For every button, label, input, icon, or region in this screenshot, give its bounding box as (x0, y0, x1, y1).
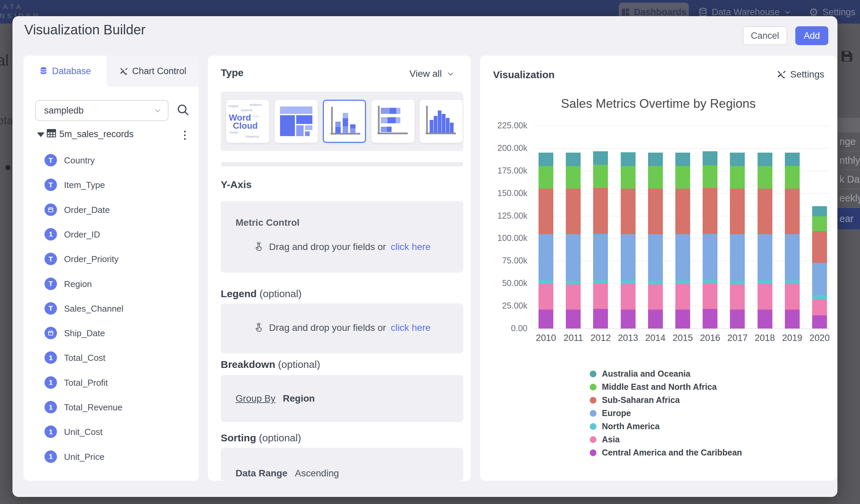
bar-segment-2017-sub-saharan-africa[interactable] (730, 189, 745, 234)
bar-segment-2012-north-america[interactable] (593, 280, 608, 284)
bar-segment-2011-central-america-and-the-caribbean[interactable] (566, 309, 580, 329)
bar-segment-2010-sub-saharan-africa[interactable] (539, 189, 553, 234)
field-item-region[interactable]: TRegion (24, 275, 199, 293)
bar-segment-2013-australia-and-oceania[interactable] (621, 152, 635, 166)
legend-item[interactable]: Asia (590, 433, 742, 446)
bar-segment-2020-north-america[interactable] (812, 295, 827, 299)
field-item-unit_cost[interactable]: 1Unit_Cost (24, 422, 199, 441)
cancel-button[interactable]: Cancel (743, 26, 787, 45)
bar-segment-2015-europe[interactable] (675, 234, 690, 280)
field-item-country[interactable]: TCountry (24, 151, 199, 170)
bar-segment-2012-asia[interactable] (593, 283, 608, 309)
bar-segment-2019-middle-east-and-north-africa[interactable] (785, 166, 800, 189)
bar-segment-2016-australia-and-oceania[interactable] (703, 151, 717, 165)
legend-item[interactable]: Sub-Saharan Africa (590, 393, 742, 407)
bar-segment-2014-asia[interactable] (648, 284, 663, 309)
bar-segment-2015-sub-saharan-africa[interactable] (675, 189, 690, 234)
bar-segment-2014-north-america[interactable] (648, 280, 663, 284)
bar-segment-2010-north-america[interactable] (539, 280, 553, 284)
bar-segment-2018-europe[interactable] (758, 234, 772, 280)
bar-segment-2020-europe[interactable] (812, 263, 827, 295)
field-item-order_date[interactable]: Order_Date (24, 200, 199, 219)
tab-chart-control[interactable]: Chart Control (106, 56, 199, 87)
bar-segment-2011-middle-east-and-north-africa[interactable] (566, 166, 580, 189)
bar-segment-2017-middle-east-and-north-africa[interactable] (730, 166, 745, 189)
bar-segment-2013-middle-east-and-north-africa[interactable] (621, 166, 635, 189)
bar-segment-2012-middle-east-and-north-africa[interactable] (593, 165, 608, 188)
bar-segment-2012-australia-and-oceania[interactable] (593, 151, 608, 165)
bar-segment-2017-europe[interactable] (730, 234, 745, 280)
bar-segment-2011-australia-and-oceania[interactable] (566, 153, 580, 166)
bar-segment-2010-australia-and-oceania[interactable] (539, 153, 553, 166)
bar-segment-2019-asia[interactable] (785, 284, 800, 309)
bar-segment-2013-asia[interactable] (621, 284, 635, 309)
bar-segment-2020-sub-saharan-africa[interactable] (812, 231, 827, 263)
database-select[interactable]: sampledb (35, 100, 169, 121)
field-item-total_revenue[interactable]: 1Total_Revenue (24, 398, 199, 417)
field-item-order_priority[interactable]: TOrder_Priority (24, 250, 199, 269)
bar-segment-2017-central-america-and-the-caribbean[interactable] (730, 309, 745, 329)
carousel-scrollbar[interactable] (221, 162, 463, 167)
bar-segment-2018-central-america-and-the-caribbean[interactable] (758, 309, 772, 329)
legend-item[interactable]: Central America and the Caribbean (590, 446, 742, 459)
metric-control-dropzone[interactable]: Metric Control Drag and drop your fields… (221, 201, 463, 273)
bar-segment-2012-europe[interactable] (593, 234, 608, 279)
bar-segment-2019-central-america-and-the-caribbean[interactable] (785, 309, 800, 329)
add-button[interactable]: Add (795, 26, 828, 45)
bar-segment-2015-middle-east-and-north-africa[interactable] (675, 166, 690, 189)
bar-segment-2016-central-america-and-the-caribbean[interactable] (703, 309, 717, 329)
bar-segment-2018-asia[interactable] (758, 284, 772, 309)
bar-segment-2016-asia[interactable] (703, 283, 717, 309)
settings-button[interactable]: Settings (776, 69, 824, 80)
bar-segment-2015-central-america-and-the-caribbean[interactable] (675, 309, 690, 329)
bar-segment-2017-north-america[interactable] (730, 280, 745, 284)
bar-segment-2013-central-america-and-the-caribbean[interactable] (621, 309, 635, 329)
bar-segment-2018-north-america[interactable] (758, 280, 772, 284)
bar-segment-2020-central-america-and-the-caribbean[interactable] (812, 315, 827, 329)
sorting-direction-value[interactable]: Ascending (295, 468, 339, 479)
bar-segment-2019-europe[interactable] (785, 234, 800, 280)
table-tree-item[interactable]: 5m_sales_records (24, 126, 199, 143)
field-item-order_id[interactable]: 1Order_ID (24, 225, 199, 244)
bar-segment-2010-central-america-and-the-caribbean[interactable] (539, 309, 553, 329)
table-menu-kebab-icon[interactable] (178, 128, 191, 143)
bar-segment-2020-australia-and-oceania[interactable] (812, 206, 827, 216)
bar-segment-2016-europe[interactable] (703, 234, 717, 279)
bar-segment-2015-north-america[interactable] (675, 280, 690, 284)
group-by-label[interactable]: Group By (235, 393, 275, 404)
search-icon[interactable] (176, 103, 190, 117)
bar-segment-2017-asia[interactable] (730, 284, 745, 309)
bar-segment-2011-asia[interactable] (566, 284, 580, 309)
bar-segment-2013-sub-saharan-africa[interactable] (621, 189, 635, 234)
field-item-item_type[interactable]: TItem_Type (24, 175, 199, 195)
bar-segment-2010-europe[interactable] (539, 234, 553, 280)
bar-segment-2014-australia-and-oceania[interactable] (648, 153, 663, 166)
field-item-total_cost[interactable]: 1Total_Cost (24, 348, 199, 367)
bar-segment-2010-asia[interactable] (539, 284, 553, 309)
bar-segment-2020-asia[interactable] (812, 299, 827, 315)
sorting-field-label[interactable]: Data Range (235, 468, 287, 479)
caret-down-icon[interactable] (37, 132, 44, 137)
bar-segment-2016-sub-saharan-africa[interactable] (703, 188, 717, 234)
chart-type-histogram[interactable] (419, 100, 463, 143)
bar-segment-2018-australia-and-oceania[interactable] (758, 153, 772, 166)
bar-segment-2011-europe[interactable] (566, 234, 580, 280)
field-item-ship_date[interactable]: Ship_Date (24, 324, 199, 343)
bar-segment-2015-australia-and-oceania[interactable] (675, 153, 690, 166)
bar-segment-2018-sub-saharan-africa[interactable] (758, 189, 772, 234)
bar-segment-2015-asia[interactable] (675, 284, 690, 309)
chart-type-stacked-bar[interactable] (371, 100, 415, 143)
bar-segment-2012-sub-saharan-africa[interactable] (593, 188, 608, 234)
bar-segment-2020-middle-east-and-north-africa[interactable] (812, 216, 827, 231)
bar-segment-2014-middle-east-and-north-africa[interactable] (648, 166, 663, 189)
bar-segment-2013-europe[interactable] (621, 234, 635, 280)
bar-segment-2019-australia-and-oceania[interactable] (785, 153, 800, 166)
breakdown-dropzone[interactable]: Group By Region (221, 375, 463, 422)
field-item-unit_price[interactable]: 1Unit_Price (24, 447, 199, 466)
chart-type-word-cloud[interactable]: insightsanalyticskeyworddataclusterfrequ… (226, 100, 269, 143)
sorting-dropzone[interactable]: Data Range Ascending (221, 448, 463, 481)
view-all-dropdown[interactable]: View all (410, 68, 455, 79)
bar-segment-2013-north-america[interactable] (621, 280, 635, 284)
bar-segment-2016-middle-east-and-north-africa[interactable] (703, 165, 717, 188)
bar-segment-2011-sub-saharan-africa[interactable] (566, 189, 580, 234)
